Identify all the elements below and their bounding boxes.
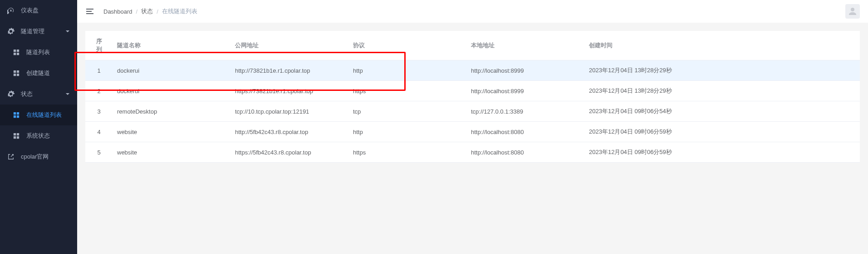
breadcrumb: Dashboard / 状态 / 在线隧道列表 bbox=[103, 7, 197, 15]
cell-local: http://localhost:8080 bbox=[466, 142, 584, 163]
table-row[interactable]: 5websitehttps://5fb42c43.r8.cpolar.topht… bbox=[85, 142, 860, 163]
table-row[interactable]: 1dockeruihttp://73821b1e.r1.cpolar.topht… bbox=[85, 60, 860, 81]
gear-icon bbox=[7, 28, 15, 35]
cell-time: 2023年12月04日 13时28分29秒 bbox=[584, 81, 860, 101]
table-row[interactable]: 4websitehttp://5fb42c43.r8.cpolar.tophtt… bbox=[85, 122, 860, 142]
content: 序列 隧道名称 公网地址 协议 本地地址 创建时间 1dockeruihttp:… bbox=[77, 23, 868, 254]
breadcrumb-sep: / bbox=[157, 8, 158, 15]
grid-icon bbox=[13, 111, 20, 119]
cell-url: http://73821b1e.r1.cpolar.top bbox=[230, 60, 348, 81]
cell-proto: http bbox=[348, 122, 466, 142]
cell-time: 2023年12月04日 09时06分54秒 bbox=[584, 101, 860, 122]
table-panel: 序列 隧道名称 公网地址 协议 本地地址 创建时间 1dockeruihttp:… bbox=[85, 31, 860, 163]
cell-time: 2023年12月04日 09时06分59秒 bbox=[584, 142, 860, 163]
gear-icon bbox=[7, 90, 15, 98]
sidebar-item-tunnel-manage[interactable]: 隧道管理 bbox=[0, 21, 77, 42]
cell-proto: tcp bbox=[348, 101, 466, 122]
gauge-icon bbox=[7, 7, 15, 14]
cell-name: website bbox=[113, 142, 230, 163]
cell-local: http://localhost:8999 bbox=[466, 60, 584, 81]
th-local: 本地地址 bbox=[466, 31, 584, 60]
cell-seq: 4 bbox=[85, 122, 113, 142]
cell-proto: http bbox=[348, 60, 466, 81]
external-link-icon bbox=[7, 153, 15, 160]
main-area: Dashboard / 状态 / 在线隧道列表 序列 隧道名称 公网地址 bbox=[77, 0, 868, 254]
sidebar-item-status[interactable]: 状态 bbox=[0, 84, 77, 105]
th-proto: 协议 bbox=[348, 31, 466, 60]
sidebar-item-create-tunnel[interactable]: 创建隧道 bbox=[0, 63, 77, 84]
tunnel-table: 序列 隧道名称 公网地址 协议 本地地址 创建时间 1dockeruihttp:… bbox=[85, 31, 860, 163]
th-time: 创建时间 bbox=[584, 31, 860, 60]
topbar: Dashboard / 状态 / 在线隧道列表 bbox=[77, 0, 868, 23]
breadcrumb-sep: / bbox=[136, 8, 138, 15]
breadcrumb-item-current: 在线隧道列表 bbox=[162, 7, 197, 15]
sidebar-item-tunnel-list[interactable]: 隧道列表 bbox=[0, 42, 77, 63]
sidebar: 仪表盘 隧道管理 隧道列表 创建隧道 状态 在线隧道列表 系统状态 bbox=[0, 0, 77, 254]
cell-name: remoteDesktop bbox=[113, 101, 230, 122]
cell-proto: https bbox=[348, 81, 466, 101]
cell-proto: https bbox=[348, 142, 466, 163]
table-row[interactable]: 3remoteDesktoptcp://10.tcp.cpolar.top:12… bbox=[85, 101, 860, 122]
sidebar-item-dashboard[interactable]: 仪表盘 bbox=[0, 0, 77, 21]
sidebar-item-label: 仪表盘 bbox=[21, 6, 39, 15]
grid-icon bbox=[13, 70, 20, 77]
cell-name: website bbox=[113, 122, 230, 142]
sidebar-item-label: 在线隧道列表 bbox=[26, 111, 62, 119]
grid-icon bbox=[13, 49, 20, 56]
table-row[interactable]: 2dockeruihttps://73821b1e.r1.cpolar.toph… bbox=[85, 81, 860, 101]
sidebar-item-label: 创建隧道 bbox=[26, 69, 50, 77]
cell-name: dockerui bbox=[113, 81, 230, 101]
cell-name: dockerui bbox=[113, 60, 230, 81]
breadcrumb-item[interactable]: Dashboard bbox=[103, 8, 132, 15]
cell-time: 2023年12月04日 13时28分29秒 bbox=[584, 60, 860, 81]
cell-time: 2023年12月04日 09时06分59秒 bbox=[584, 122, 860, 142]
chevron-down-icon bbox=[65, 28, 70, 35]
grid-icon bbox=[13, 132, 20, 139]
cell-seq: 1 bbox=[85, 60, 113, 81]
avatar[interactable] bbox=[845, 4, 860, 19]
cell-url: http://5fb42c43.r8.cpolar.top bbox=[230, 122, 348, 142]
sidebar-item-online-tunnels[interactable]: 在线隧道列表 bbox=[0, 105, 77, 125]
sidebar-item-label: 隧道列表 bbox=[26, 48, 50, 56]
cell-url: https://73821b1e.r1.cpolar.top bbox=[230, 81, 348, 101]
cell-local: http://localhost:8999 bbox=[466, 81, 584, 101]
cell-seq: 2 bbox=[85, 81, 113, 101]
th-seq: 序列 bbox=[85, 31, 113, 60]
cell-local: tcp://127.0.0.1:3389 bbox=[466, 101, 584, 122]
cell-url: tcp://10.tcp.cpolar.top:12191 bbox=[230, 101, 348, 122]
th-url: 公网地址 bbox=[230, 31, 348, 60]
sidebar-item-label: 隧道管理 bbox=[21, 27, 44, 35]
breadcrumb-item[interactable]: 状态 bbox=[141, 7, 153, 15]
cell-seq: 3 bbox=[85, 101, 113, 122]
cell-url: https://5fb42c43.r8.cpolar.top bbox=[230, 142, 348, 163]
sidebar-item-label: cpolar官网 bbox=[21, 153, 49, 161]
sidebar-item-system-status[interactable]: 系统状态 bbox=[0, 125, 77, 146]
th-name: 隧道名称 bbox=[113, 31, 230, 60]
sidebar-item-cpolar-site[interactable]: cpolar官网 bbox=[0, 146, 77, 167]
cell-seq: 5 bbox=[85, 142, 113, 163]
menu-toggle-button[interactable] bbox=[85, 7, 94, 16]
sidebar-item-label: 系统状态 bbox=[26, 132, 50, 140]
cell-local: http://localhost:8080 bbox=[466, 122, 584, 142]
sidebar-item-label: 状态 bbox=[21, 90, 33, 98]
chevron-down-icon bbox=[65, 91, 70, 98]
